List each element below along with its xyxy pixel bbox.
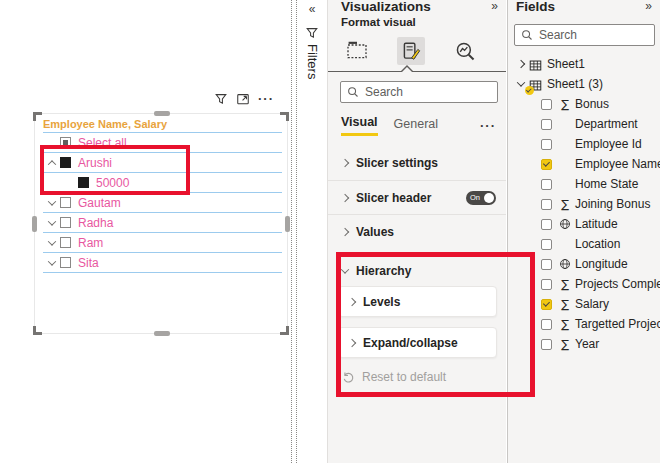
checkbox-unchecked[interactable] xyxy=(541,99,552,110)
field-row[interactable]: Home State xyxy=(508,174,660,194)
format-visual-subtitle: Format visual xyxy=(328,14,506,28)
resize-handle[interactable] xyxy=(154,331,170,336)
checkbox-unchecked[interactable] xyxy=(541,219,552,230)
highlight-annotation-hierarchy xyxy=(336,252,535,397)
sigma-icon xyxy=(561,197,569,211)
chevron-right-icon xyxy=(341,227,349,235)
sigma-icon xyxy=(561,297,569,311)
collapse-pane-icon[interactable] xyxy=(491,0,498,12)
collapse-pane-icon[interactable] xyxy=(645,0,652,12)
globe-icon xyxy=(555,258,575,270)
field-name: Longitude xyxy=(575,257,628,271)
field-name: Projects Complet... xyxy=(575,277,660,291)
filter-icon xyxy=(305,26,319,40)
chevron-right-icon[interactable] xyxy=(517,60,525,68)
more-options-icon[interactable] xyxy=(480,121,496,131)
expand-chevron-icon[interactable] xyxy=(43,220,60,226)
sigma-icon xyxy=(561,97,569,111)
slicer-item-radha[interactable]: Radha xyxy=(43,213,282,233)
search-input[interactable] xyxy=(365,85,491,99)
icons-divider xyxy=(328,71,506,72)
checkbox-unchecked[interactable] xyxy=(60,217,71,228)
resize-handle[interactable] xyxy=(33,326,42,335)
section-values[interactable]: Values xyxy=(328,214,506,248)
globe-icon xyxy=(555,218,575,230)
chevron-right-icon xyxy=(341,193,349,201)
sigma-icon xyxy=(561,277,569,291)
slicer-item-ram[interactable]: Ram xyxy=(43,233,282,253)
search-input[interactable] xyxy=(539,28,648,42)
section-slicer-header[interactable]: Slicer header On xyxy=(328,180,506,214)
format-visual-icon[interactable] xyxy=(397,37,425,65)
search-icon xyxy=(347,86,359,98)
checkbox-unchecked[interactable] xyxy=(541,119,552,130)
resize-handle[interactable] xyxy=(285,216,290,232)
build-visual-icon[interactable] xyxy=(343,37,371,65)
field-name: Year xyxy=(575,337,599,351)
report-canvas[interactable]: Employee Name, Salary Select all Arushi … xyxy=(0,0,292,463)
field-name: Joining Bonus xyxy=(575,197,650,211)
tab-visual[interactable]: Visual xyxy=(341,115,378,136)
chevron-down-icon[interactable] xyxy=(517,78,525,86)
tab-general[interactable]: General xyxy=(394,117,438,135)
visual-header-actions xyxy=(214,92,274,106)
slicer-item-sita[interactable]: Sita xyxy=(43,253,282,273)
field-name: Targetted Projects xyxy=(575,317,660,331)
checkbox-checked[interactable] xyxy=(541,159,552,170)
checkbox-unchecked[interactable] xyxy=(60,197,71,208)
search-icon xyxy=(521,29,533,41)
sigma-icon xyxy=(561,337,569,351)
analytics-icon[interactable] xyxy=(451,37,479,65)
chevron-right-icon xyxy=(341,159,349,167)
field-row[interactable]: Latitude xyxy=(508,214,660,234)
checkbox-unchecked[interactable] xyxy=(60,237,71,248)
field-row[interactable]: Bonus xyxy=(508,94,660,114)
slicer-title: Employee Name, Salary xyxy=(43,118,282,133)
toggle-on[interactable]: On xyxy=(466,191,496,205)
field-name: Latitude xyxy=(575,217,618,231)
field-row[interactable]: Employee Id xyxy=(508,134,660,154)
table-sheet1-3[interactable]: Sheet1 (3) xyxy=(508,74,660,94)
focus-mode-icon[interactable] xyxy=(236,92,250,106)
table-icon xyxy=(529,78,542,91)
slicer-item-gautam[interactable]: Gautam xyxy=(43,193,282,213)
checkbox-unchecked[interactable] xyxy=(541,139,552,150)
checkbox-unchecked[interactable] xyxy=(541,319,552,330)
field-name: Location xyxy=(575,237,620,251)
fields-search[interactable] xyxy=(514,24,655,46)
checkbox-checked[interactable] xyxy=(541,299,552,310)
checkbox-unchecked[interactable] xyxy=(541,239,552,250)
selected-badge-icon xyxy=(525,86,534,95)
sigma-icon xyxy=(561,317,569,331)
field-row[interactable]: Location xyxy=(508,234,660,254)
field-name: Department xyxy=(575,117,638,131)
section-slicer-settings[interactable]: Slicer settings xyxy=(328,146,506,180)
field-name: Home State xyxy=(575,177,638,191)
resize-handle[interactable] xyxy=(32,216,37,232)
filters-pane-title: Filters xyxy=(305,44,320,79)
expand-chevron-icon[interactable] xyxy=(43,260,60,266)
filter-icon[interactable] xyxy=(214,92,228,106)
expand-pane-icon[interactable] xyxy=(297,2,327,16)
expand-chevron-icon[interactable] xyxy=(43,200,60,206)
visualizations-search[interactable] xyxy=(340,81,498,103)
field-row[interactable]: Employee Name xyxy=(508,154,660,174)
expand-chevron-icon[interactable] xyxy=(43,240,60,246)
checkbox-unchecked[interactable] xyxy=(541,279,552,290)
filters-pane-collapsed[interactable]: Filters xyxy=(297,0,327,463)
resize-handle[interactable] xyxy=(154,111,170,116)
table-sheet1[interactable]: Sheet1 xyxy=(508,54,660,74)
field-name: Salary xyxy=(575,297,609,311)
resize-handle[interactable] xyxy=(33,112,42,121)
more-options-icon[interactable] xyxy=(258,94,274,104)
fields-pane-title: Fields xyxy=(516,0,555,14)
field-name: Bonus xyxy=(575,97,609,111)
checkbox-unchecked[interactable] xyxy=(541,339,552,350)
resize-handle[interactable] xyxy=(280,326,289,335)
field-row[interactable]: Joining Bonus xyxy=(508,194,660,214)
checkbox-unchecked[interactable] xyxy=(60,257,71,268)
field-row[interactable]: Department xyxy=(508,114,660,134)
checkbox-unchecked[interactable] xyxy=(541,199,552,210)
checkbox-unchecked[interactable] xyxy=(541,179,552,190)
checkbox-unchecked[interactable] xyxy=(541,259,552,270)
